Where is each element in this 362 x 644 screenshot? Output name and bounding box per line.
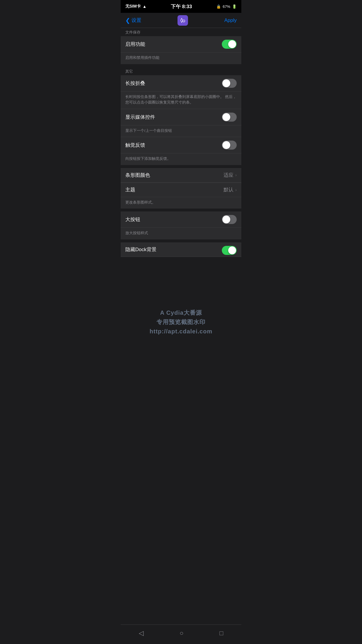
app-icon [178, 15, 188, 26]
group-appearance: 条形图颜色 适应 › 主题 默认 › 更改条形图样式。 [121, 168, 241, 209]
chevron-right-icon: › [235, 173, 237, 177]
show-media-controls-description: 显示下一个/上一个曲目按钮 [121, 125, 241, 137]
toggle-thumb [222, 141, 230, 149]
status-time: 下午 8:33 [171, 3, 192, 10]
group-enable: 启用功能 启用和禁用插件功能 [121, 36, 241, 64]
back-chevron-icon: ❮ [125, 17, 130, 24]
back-label: 设置 [131, 17, 141, 24]
toggle-thumb [222, 113, 230, 121]
theme-label: 主题 [125, 186, 135, 193]
row-theme[interactable]: 主题 默认 › [121, 183, 241, 197]
bar-color-label: 条形图颜色 [125, 172, 150, 178]
enable-feature-label: 启用功能 [125, 41, 145, 48]
group-big-button: 大按钮 放大按钮样式 [121, 211, 241, 239]
group-other: 长按折叠 长时间按住条形图，可以将其折叠到屏幕底部的小圆圈中。 然后，您可以点击… [121, 75, 241, 165]
toggle-thumb [228, 246, 236, 254]
show-media-controls-toggle[interactable] [222, 113, 237, 122]
content-area: 文件保存 启用功能 启用和禁用插件功能 其它 长按折叠 长时间按住条形图，可以将… [121, 28, 241, 280]
back-button[interactable]: ❮ 设置 [125, 17, 141, 24]
toggle-thumb [222, 79, 230, 87]
theme-value: 默认 › [224, 186, 237, 193]
chevron-right-icon: › [235, 188, 237, 192]
group-partial: 隐藏Dock背景 [121, 242, 241, 257]
carrier-label: 无SIM卡 [125, 4, 141, 9]
battery-label: 67% [223, 4, 230, 9]
divider-3 [121, 209, 241, 211]
toggle-thumb [222, 216, 230, 223]
svg-point-1 [183, 20, 185, 22]
battery-icon: 🔋 [232, 4, 237, 9]
divider-1 [121, 64, 241, 67]
divider-4 [121, 239, 241, 242]
divider-2 [121, 165, 241, 168]
row-big-button: 大按钮 [121, 211, 241, 228]
row-show-media-controls: 显示媒体控件 [121, 109, 241, 125]
wifi-icon: ▲ [143, 4, 147, 9]
big-button-toggle[interactable] [222, 215, 237, 224]
row-long-press-fold: 长按折叠 [121, 75, 241, 92]
haptic-feedback-description: 向按钮按下添加触觉反馈。 [121, 153, 241, 165]
big-button-label: 大按钮 [125, 216, 140, 223]
appearance-footer: 更改条形图样式。 [121, 197, 241, 209]
haptic-feedback-toggle[interactable] [222, 141, 237, 150]
section-header-partial: 文件保存 [121, 28, 241, 36]
row-hide-dock-bg: 隐藏Dock背景 [121, 242, 241, 257]
long-press-fold-description: 长时间按住条形图，可以将其折叠到屏幕底部的小圆圈中。 然后，您可以点击小圆圈以恢… [121, 92, 241, 109]
long-press-fold-label: 长按折叠 [125, 80, 145, 87]
row-enable-feature: 启用功能 [121, 36, 241, 52]
lock-icon: 🔒 [216, 4, 221, 9]
nav-bar: ❮ 设置 Apply [121, 13, 241, 28]
hide-dock-bg-toggle[interactable] [222, 246, 237, 255]
status-bar: 无SIM卡 ▲ 下午 8:33 🔒 67% 🔋 [121, 0, 241, 13]
theme-current: 默认 [224, 186, 233, 193]
show-media-controls-label: 显示媒体控件 [125, 114, 155, 120]
apply-button[interactable]: Apply [224, 18, 237, 23]
long-press-fold-toggle[interactable] [222, 79, 237, 88]
bar-color-value: 适应 › [224, 172, 237, 178]
toggle-thumb [228, 40, 236, 48]
row-bar-color[interactable]: 条形图颜色 适应 › [121, 168, 241, 183]
svg-marker-0 [181, 18, 183, 22]
hide-dock-bg-label: 隐藏Dock背景 [125, 246, 157, 253]
big-button-description: 放大按钮样式 [121, 228, 241, 239]
enable-feature-description: 启用和禁用插件功能 [121, 52, 241, 64]
section-header-other: 其它 [121, 67, 241, 75]
row-haptic-feedback: 触觉反馈 [121, 137, 241, 153]
bar-color-current: 适应 [224, 172, 233, 178]
enable-feature-toggle[interactable] [222, 40, 237, 49]
haptic-feedback-label: 触觉反馈 [125, 142, 145, 148]
status-right: 🔒 67% 🔋 [216, 4, 237, 9]
status-left: 无SIM卡 ▲ [125, 4, 147, 9]
